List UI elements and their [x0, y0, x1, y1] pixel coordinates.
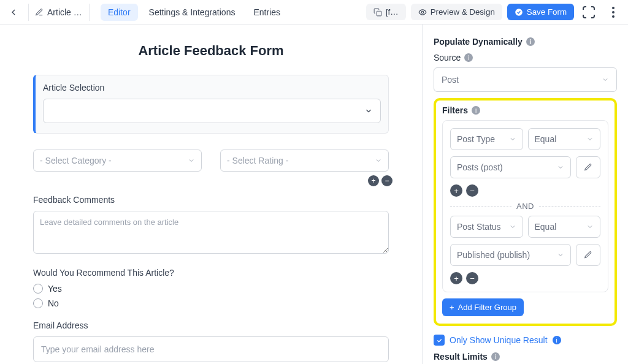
- document-title-text: Article …: [47, 7, 82, 17]
- article-selection-label: Article Selection: [43, 83, 381, 93]
- radio-icon: [33, 284, 43, 294]
- filters-section: Filters i Post Type Equal: [434, 98, 617, 326]
- chevron-down-icon: [188, 157, 195, 164]
- select-category-field: - Select Category -: [33, 150, 202, 172]
- source-select[interactable]: Post: [434, 67, 617, 92]
- main-tabs: Editor Settings & Integrations Entries: [101, 4, 288, 21]
- filter-operator-select[interactable]: Equal: [528, 128, 601, 150]
- form: Article Feedback Form Article Selection …: [33, 43, 389, 346]
- source-value: Post: [442, 75, 459, 85]
- svg-point-1: [421, 11, 424, 13]
- remove-filter-button[interactable]: −: [466, 272, 478, 284]
- fullscreen-icon: [583, 6, 595, 18]
- shortcode-button[interactable]: [f…: [366, 4, 406, 20]
- svg-point-3: [612, 7, 615, 9]
- info-icon[interactable]: i: [553, 336, 561, 344]
- filter-operator-select[interactable]: Equal: [528, 216, 601, 238]
- filter1-field: Post Type: [457, 134, 495, 144]
- add-filter-button[interactable]: +: [450, 272, 462, 284]
- radio-no-label: No: [48, 298, 59, 308]
- shortcode-text: [f…: [386, 7, 399, 17]
- check-circle-icon: [515, 8, 523, 17]
- feedback-label: Feedback Comments: [33, 195, 389, 205]
- info-icon[interactable]: i: [472, 106, 480, 115]
- filter-row-1-top: Post Type Equal: [450, 128, 600, 150]
- unique-result-checkbox-row[interactable]: Only Show Unique Result i: [434, 335, 617, 346]
- document-title[interactable]: Article …: [28, 4, 90, 21]
- add-filter-group-label: Add Filter Group: [458, 303, 516, 312]
- chevron-down-icon: [509, 223, 516, 230]
- article-selection-field[interactable]: Article Selection: [33, 75, 389, 134]
- recommend-label: Would You Recommend This Article?: [33, 268, 389, 278]
- more-button[interactable]: [603, 2, 623, 22]
- form-title: Article Feedback Form: [33, 43, 389, 59]
- unique-label: Only Show Unique Result: [450, 335, 548, 345]
- filter-2-actions: + −: [450, 272, 600, 284]
- email-input[interactable]: [33, 336, 389, 362]
- pencil-icon: [35, 8, 44, 17]
- filter-value-select[interactable]: Posts (post): [450, 156, 571, 178]
- info-icon[interactable]: i: [464, 53, 473, 62]
- filter-field-select[interactable]: Post Status: [450, 216, 523, 238]
- filters-label: Filters: [442, 105, 468, 115]
- feedback-textarea[interactable]: [33, 211, 389, 254]
- filter1-value: Posts (post): [457, 162, 503, 172]
- filter-1-actions: + −: [450, 184, 600, 197]
- filter2-op: Equal: [535, 222, 557, 232]
- info-icon[interactable]: i: [526, 37, 535, 46]
- filter-row-2-top: Post Status Equal: [450, 216, 600, 238]
- radio-no[interactable]: No: [33, 298, 389, 308]
- remove-column-button[interactable]: −: [381, 175, 392, 186]
- pencil-icon: [584, 251, 592, 259]
- filter-value-select[interactable]: Published (publish): [450, 244, 571, 266]
- chevron-down-icon: [557, 164, 564, 171]
- result-limits-label: Result Limits: [434, 352, 488, 362]
- filter-edit-button[interactable]: [576, 244, 600, 266]
- topbar-left: Article … Editor Settings & Integrations…: [5, 4, 288, 21]
- select-rating-dropdown[interactable]: - Select Rating -: [220, 150, 389, 172]
- chevron-down-icon: [586, 223, 594, 230]
- select-category-dropdown[interactable]: - Select Category -: [33, 150, 202, 172]
- filter-field-select[interactable]: Post Type: [450, 128, 523, 150]
- filter2-value: Published (publish): [457, 250, 530, 260]
- radio-yes-label: Yes: [48, 284, 62, 294]
- add-filter-group-button[interactable]: + Add Filter Group: [442, 298, 524, 316]
- filter-row-2-bottom: Published (publish): [450, 244, 600, 266]
- tab-settings[interactable]: Settings & Integrations: [142, 4, 243, 21]
- svg-point-4: [612, 11, 615, 13]
- and-divider: AND: [450, 202, 600, 211]
- remove-filter-button[interactable]: −: [466, 184, 478, 197]
- chevron-down-icon: [509, 135, 516, 143]
- filter-row-1-bottom: Posts (post): [450, 156, 600, 178]
- select-rating-field: - Select Rating -: [220, 150, 389, 172]
- article-selection-dropdown[interactable]: [43, 99, 381, 123]
- radio-yes[interactable]: Yes: [33, 284, 389, 294]
- form-canvas: Article Feedback Form Article Selection …: [0, 25, 423, 364]
- fullscreen-button[interactable]: [579, 2, 599, 22]
- tab-entries[interactable]: Entries: [246, 4, 288, 21]
- svg-rect-0: [377, 11, 381, 16]
- filter1-op: Equal: [535, 134, 557, 144]
- email-label: Email Address: [33, 320, 389, 330]
- topbar: Article … Editor Settings & Integrations…: [0, 0, 628, 25]
- info-icon[interactable]: i: [491, 352, 500, 361]
- add-column-button[interactable]: +: [368, 175, 379, 186]
- dots-vertical-icon: [612, 7, 615, 18]
- category-rating-row: - Select Category - - Select Rating - + …: [33, 150, 389, 172]
- populate-heading: Populate Dynamically i: [434, 37, 617, 47]
- checkbox-checked-icon: [434, 335, 445, 346]
- filter2-field: Post Status: [457, 222, 501, 232]
- back-button[interactable]: [5, 4, 22, 21]
- select-rating-placeholder: - Select Rating -: [227, 156, 288, 165]
- radio-icon: [33, 298, 43, 308]
- source-label: Source: [434, 53, 461, 63]
- tab-editor[interactable]: Editor: [101, 4, 138, 21]
- save-button[interactable]: Save Form: [507, 4, 574, 20]
- chevron-down-icon: [586, 135, 594, 143]
- chevron-down-icon: [557, 251, 564, 259]
- add-filter-button[interactable]: +: [450, 184, 462, 197]
- filter-group: Post Type Equal Posts (post): [442, 120, 608, 292]
- filter-edit-button[interactable]: [576, 156, 600, 178]
- preview-button[interactable]: Preview & Design: [411, 4, 502, 20]
- chevron-down-icon: [375, 157, 382, 164]
